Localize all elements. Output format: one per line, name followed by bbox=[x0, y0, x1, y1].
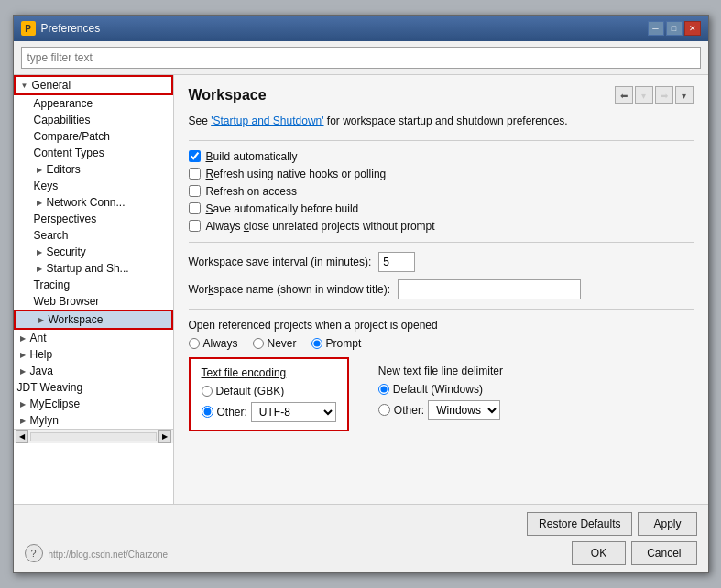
ok-cancel-buttons: OK Cancel bbox=[572, 541, 697, 565]
workspace-name-input[interactable] bbox=[398, 279, 581, 299]
expand-arrow-help: ▶ bbox=[17, 349, 28, 360]
encoding-other-select[interactable]: UTF-8 ISO-8859-1 UTF-16 US-ASCII bbox=[251, 402, 336, 422]
sidebar-item-jdt-weaving[interactable]: JDT Weaving bbox=[14, 379, 173, 396]
prompt-radio[interactable] bbox=[311, 338, 322, 349]
filter-input[interactable] bbox=[21, 47, 701, 69]
radio-always: Always bbox=[189, 337, 238, 350]
line-delimiter-other-label: Other: bbox=[394, 404, 424, 417]
app-icon: P bbox=[21, 21, 36, 36]
sidebar-item-label-myeclipse: MyEclipse bbox=[30, 397, 81, 410]
expand-arrow-security: ▶ bbox=[34, 246, 45, 257]
sidebar-item-myeclipse[interactable]: ▶ MyEclipse bbox=[14, 396, 173, 412]
open-referenced-label: Open referenced projects when a project … bbox=[189, 319, 694, 332]
save-before-build-label: Save automatically before build bbox=[206, 202, 359, 215]
sidebar-item-label-help: Help bbox=[30, 348, 53, 361]
content-header: Workspace ⬅ ▾ ➡ ▾ bbox=[189, 86, 694, 104]
cancel-button[interactable]: Cancel bbox=[631, 541, 696, 565]
scroll-track[interactable] bbox=[30, 432, 157, 441]
line-delimiter-default-radio[interactable] bbox=[378, 384, 389, 395]
separator-3 bbox=[189, 309, 694, 310]
sidebar-item-label-keys: Keys bbox=[34, 180, 59, 192]
expand-arrow-workspace: ▶ bbox=[36, 314, 47, 325]
title-bar: P Preferences ─ □ ✕ bbox=[14, 16, 708, 41]
sidebar-item-compare-patch[interactable]: Compare/Patch bbox=[14, 128, 173, 145]
filter-bar bbox=[14, 41, 708, 75]
line-delimiter-default-option: Default (Windows) bbox=[378, 383, 503, 396]
sidebar-item-label-perspectives: Perspectives bbox=[34, 212, 97, 225]
sidebar-item-content-types[interactable]: Content Types bbox=[14, 145, 173, 161]
expand-arrow-general: ▼ bbox=[19, 80, 30, 91]
line-delimiter-other-radio[interactable] bbox=[378, 404, 390, 416]
scroll-left-arrow[interactable]: ◀ bbox=[16, 430, 28, 443]
always-radio-label: Always bbox=[203, 337, 238, 350]
startup-shutdown-link[interactable]: 'Startup and Shutdown' bbox=[211, 114, 323, 127]
sidebar-item-workspace[interactable]: ▶ Workspace bbox=[14, 310, 173, 330]
sidebar-item-label-ant: Ant bbox=[30, 332, 47, 344]
sidebar-item-java[interactable]: ▶ Java bbox=[14, 363, 173, 379]
sidebar-item-network[interactable]: ▶ Network Conn... bbox=[14, 194, 173, 211]
sidebar-item-capabilities[interactable]: Capabilities bbox=[14, 112, 173, 128]
encoding-other-label: Other: bbox=[217, 406, 247, 419]
sidebar-item-label-startup: Startup and Sh... bbox=[47, 262, 129, 275]
sidebar-item-label-editors: Editors bbox=[47, 163, 81, 176]
encoding-default-radio[interactable] bbox=[202, 386, 213, 397]
refresh-native-checkbox[interactable] bbox=[189, 168, 201, 180]
line-delimiter-other-select[interactable]: Windows Unix Mac bbox=[428, 400, 500, 420]
save-interval-input[interactable] bbox=[378, 252, 415, 272]
window-body: ▼ General Appearance Capabilities Compar… bbox=[14, 41, 708, 572]
sidebar-item-general[interactable]: ▼ General bbox=[14, 75, 173, 95]
always-close-checkbox[interactable] bbox=[189, 220, 201, 232]
sidebar-item-label-appearance: Appearance bbox=[34, 97, 93, 110]
build-auto-checkbox[interactable] bbox=[189, 150, 201, 162]
sidebar-item-label-network: Network Conn... bbox=[47, 196, 126, 209]
sidebar-item-label-java: Java bbox=[30, 365, 53, 377]
ok-cancel-bar: ? http://blog.csdn.net/Charzone OK Cance… bbox=[25, 541, 697, 565]
sidebar-hscroll-track[interactable]: ◀ ▶ bbox=[16, 430, 171, 443]
sidebar-item-help[interactable]: ▶ Help bbox=[14, 346, 173, 363]
main-area: ▼ General Appearance Capabilities Compar… bbox=[14, 75, 708, 504]
nav-forward-dropdown-button[interactable]: ▾ bbox=[675, 86, 694, 104]
sidebar-item-search[interactable]: Search bbox=[14, 227, 173, 244]
preferences-window: P Preferences ─ □ ✕ ▼ General A bbox=[13, 15, 709, 573]
close-button[interactable]: ✕ bbox=[684, 21, 701, 36]
sidebar-item-appearance[interactable]: Appearance bbox=[14, 95, 173, 112]
encoding-default-option: Default (GBK) bbox=[202, 385, 336, 397]
never-radio[interactable] bbox=[253, 338, 264, 349]
sidebar-item-perspectives[interactable]: Perspectives bbox=[14, 211, 173, 227]
sidebar-item-startup[interactable]: ▶ Startup and Sh... bbox=[14, 260, 173, 277]
scroll-right-arrow[interactable]: ▶ bbox=[158, 430, 171, 443]
sidebar-item-mylyn[interactable]: ▶ Mylyn bbox=[14, 412, 173, 429]
help-button[interactable]: ? bbox=[25, 544, 43, 562]
nav-forward-button[interactable]: ➡ bbox=[655, 86, 673, 104]
save-interval-row: Workspace save interval (in minutes): bbox=[189, 252, 694, 272]
apply-button[interactable]: Apply bbox=[638, 512, 696, 536]
save-before-build-checkbox[interactable] bbox=[189, 202, 201, 214]
sidebar-item-web-browser[interactable]: Web Browser bbox=[14, 293, 173, 310]
prompt-radio-label: Prompt bbox=[326, 337, 362, 350]
title-bar-left: P Preferences bbox=[21, 21, 101, 36]
encoding-section: Text file encoding Default (GBK) Other: … bbox=[189, 357, 694, 431]
sidebar-item-keys[interactable]: Keys bbox=[14, 178, 173, 194]
encoding-title: Text file encoding bbox=[202, 366, 336, 379]
always-radio[interactable] bbox=[189, 338, 200, 349]
ok-button[interactable]: OK bbox=[572, 541, 626, 565]
sidebar-item-label-capabilities: Capabilities bbox=[34, 114, 91, 126]
help-watermark: ? http://blog.csdn.net/Charzone bbox=[25, 544, 169, 562]
checkbox-save-before-build: Save automatically before build bbox=[189, 202, 694, 215]
sidebar-item-security[interactable]: ▶ Security bbox=[14, 244, 173, 260]
refresh-native-label: Refresh using native hooks or polling bbox=[206, 168, 387, 180]
sidebar-item-tracing[interactable]: Tracing bbox=[14, 277, 173, 293]
sidebar-item-label-tracing: Tracing bbox=[34, 278, 71, 291]
encoding-other-radio[interactable] bbox=[202, 406, 213, 418]
open-referenced-options: Always Never Prompt bbox=[189, 337, 694, 350]
minimize-button[interactable]: ─ bbox=[648, 21, 664, 36]
sidebar-scrollbar: ◀ ▶ bbox=[14, 429, 173, 443]
nav-dropdown-button[interactable]: ▾ bbox=[635, 86, 653, 104]
maximize-button[interactable]: □ bbox=[666, 21, 683, 36]
nav-back-button[interactable]: ⬅ bbox=[615, 86, 633, 104]
sidebar-item-ant[interactable]: ▶ Ant bbox=[14, 330, 173, 346]
restore-defaults-button[interactable]: Restore Defaults bbox=[527, 512, 632, 536]
sidebar-item-editors[interactable]: ▶ Editors bbox=[14, 161, 173, 178]
refresh-access-checkbox[interactable] bbox=[189, 185, 201, 197]
sidebar: ▼ General Appearance Capabilities Compar… bbox=[14, 75, 174, 504]
